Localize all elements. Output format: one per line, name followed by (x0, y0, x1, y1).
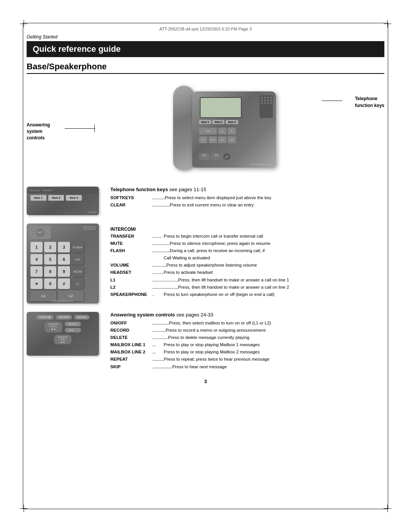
speaker-grille (260, 95, 273, 118)
arrow-right (322, 101, 342, 101)
volume-entry: VOLUME ................. Press to adjust… (110, 262, 384, 268)
mailbox1-btn: MAILBOXLINE 1▶ ■ (45, 322, 62, 332)
page-title: Base/Speakerphone (27, 62, 384, 74)
ans-top-row: ON/OFF ⏻ RECORD DELETE (30, 315, 96, 320)
answering-device-image: ON/OFF ⏻ RECORD DELETE MAILBOXLINE 1▶ ■ … (27, 312, 99, 356)
base-unit: Item 1 Item 2 Item 3 ◄ ► ▲ ▼ INT MUTE VO… (192, 91, 276, 168)
section-label: Getting Started (27, 34, 384, 40)
border-right (388, 23, 388, 509)
softkey-item2: Item 2 (48, 195, 64, 201)
softkey-item3: Item 3 (66, 195, 82, 201)
keypad-section: INT INTERCOM/TRANSFER 1 2 3 FLASH 4 5 6 … (27, 224, 384, 306)
ans-mid-row: MAILBOXLINE 1▶ ■ REPEAT SKIP (30, 322, 96, 332)
repeat-btn: REPEAT (65, 322, 81, 326)
transfer-entry: TRANSFER ........... Press to begin inte… (110, 233, 384, 239)
mailbox1-entry: MAILBOX LINE 1 .... Press to play or sto… (110, 342, 384, 348)
intercom-btn-img: INT (30, 226, 51, 239)
softkey-buttons-row: Item 1 Item 2 Item 3 (30, 195, 82, 201)
base-softkeys: Item 1 Item 2 Item 3 (199, 120, 238, 124)
expandable-mark: EXPANDABLE by BT (52, 300, 74, 302)
keypad-device-image: INT INTERCOM/TRANSFER 1 2 3 FLASH 4 5 6 … (27, 224, 99, 304)
file-info: ATT-2562CIB-d4.qxd 12/29/2003 6:20 PM Pa… (27, 27, 384, 31)
func-buttons: INT MUTE VOL SPK (199, 136, 236, 143)
intercom-subheading: INTERCOM/ (110, 227, 384, 232)
page-number: 3 (27, 379, 384, 384)
crosshair-bottomleft (20, 505, 27, 512)
delete-entry: DELETE ................... Press to dele… (110, 334, 384, 340)
clear-label-img: CLEAR (88, 211, 96, 213)
nav-buttons: ◄ ► ▲ ▼ (199, 128, 236, 134)
answering-descriptions: Answering system controls see pages 24-3… (110, 312, 384, 371)
keypad-descriptions: INTERCOM/ TRANSFER ........... Press to … (110, 224, 384, 306)
onoff-btn: ON/OFF ⏻ (36, 315, 54, 320)
border-left (23, 23, 23, 509)
onoff-entry: ON/OFF .................... Press, then … (110, 320, 384, 326)
mute-entry: MUTE ..................... Press to sile… (110, 240, 384, 246)
skip-entry: SKIP ........................ Press to h… (110, 364, 384, 370)
answering-heading: Answering system controls see pages 24-3… (110, 312, 384, 318)
record-btn: RECORD (56, 315, 72, 320)
l1-entry: L1 ............................... Press… (110, 277, 384, 283)
ans-bot-row: MAILBOXLINE 2▶ ■ (30, 335, 96, 344)
banner: Quick reference guide (27, 41, 384, 57)
speakerphone-entry: SPEAKERPHONE .. Press to turn speakerpho… (110, 291, 384, 297)
crosshair-bottomright (384, 505, 391, 512)
flash-entry2: Call Waiting is activated (110, 255, 384, 261)
phone-diagram-area: Answering system controls (27, 80, 384, 179)
flash-entry: FLASH ..................... During a cal… (110, 248, 384, 254)
clear-entry: CLEAR ..................... Press to exi… (110, 202, 384, 208)
record-entry: RECORD ................ Press to record … (110, 327, 384, 333)
softkey-image-container: INTERCOM/ TRANSFER Item 1 Item 2 Item 3 … (27, 187, 103, 217)
intercom-right-label: INTERCOM/TRANSFER (83, 226, 96, 230)
mailbox2-btn: MAILBOXLINE 2▶ ■ (54, 335, 72, 344)
arrow-left-vert (94, 125, 95, 132)
delete-btn: DELETE (74, 315, 89, 320)
telephone-heading: Telephone function keys see pages 11-15 (110, 187, 384, 192)
mailbox2-entry: MAILBOX LINE 2 .... Press to play or sto… (110, 349, 384, 355)
crosshair-topleft (20, 20, 27, 27)
telephone-section: INTERCOM/ TRANSFER Item 1 Item 2 Item 3 … (27, 187, 384, 217)
arrow-left (65, 128, 95, 129)
telephone-descriptions: Telephone function keys see pages 11-15 … (110, 187, 384, 217)
answering-image-container: ON/OFF ⏻ RECORD DELETE MAILBOXLINE 1▶ ■ … (27, 312, 103, 371)
keypad-grid: 1 2 3 FLASH 4 5 6 VOL 7 8 9 INCOM ★ 0 # … (30, 242, 84, 301)
diagram-label-left: Answering system controls (27, 122, 50, 141)
repeat-skip-btns: REPEAT SKIP (65, 322, 81, 332)
banner-title: Quick reference guide (33, 44, 121, 54)
answering-section: ON/OFF ⏻ RECORD DELETE MAILBOXLINE 1▶ ■ … (27, 312, 384, 371)
skip-btn: SKIP (65, 328, 81, 332)
l1l2-buttons: L1 L2 🔊 (199, 153, 230, 160)
border-top (23, 23, 388, 23)
softkey-device-image: INTERCOM/ TRANSFER Item 1 Item 2 Item 3 … (27, 187, 99, 215)
repeat-entry: REPEAT .............. Press to repeat; p… (110, 356, 384, 362)
crosshair-topright (384, 20, 391, 27)
keypad-image-container: INT INTERCOM/TRANSFER 1 2 3 FLASH 4 5 6 … (27, 224, 103, 306)
softkeys-entry: SOFTKEYS ............... Press to select… (110, 195, 384, 201)
intercom-transfer-bar: INTERCOM/ TRANSFER (27, 187, 98, 193)
diagram-label-right: Telephone function keys (355, 95, 384, 109)
expandable-label: EXPANDABLE by BT (250, 163, 272, 166)
softkey-item1: Item 1 (30, 195, 46, 201)
handset (173, 86, 194, 169)
l2-entry: L2 ............................... Press… (110, 284, 384, 290)
border-bottom (23, 509, 388, 509)
phone-graphic: Item 1 Item 2 Item 3 ◄ ► ▲ ▼ INT MUTE VO… (133, 84, 278, 175)
display (200, 97, 242, 118)
headset-entry: HEADSET ............. Press to activate … (110, 269, 384, 275)
ans-panel: ON/OFF ⏻ RECORD DELETE MAILBOXLINE 1▶ ■ … (27, 312, 99, 347)
